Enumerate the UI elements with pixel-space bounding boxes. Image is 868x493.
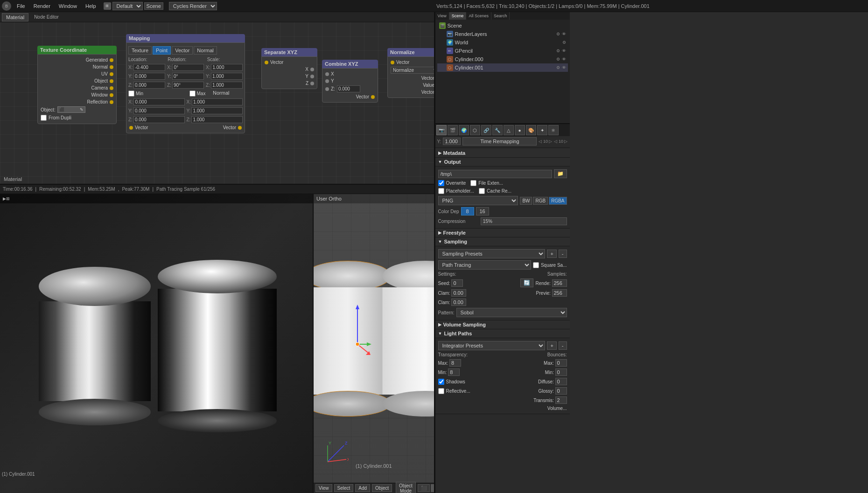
- workspace-select[interactable]: Default: [112, 2, 143, 10]
- menu-window[interactable]: Window: [56, 2, 80, 10]
- tc-from-dupli-check[interactable]: [41, 115, 47, 121]
- tab-all-scenes[interactable]: All Scenes: [466, 12, 491, 20]
- mapping-min-z[interactable]: [133, 116, 185, 123]
- engine-select[interactable]: Cycles Render: [169, 2, 217, 10]
- tree-item-scene[interactable]: 🎬 Scene: [437, 21, 568, 30]
- pattern-select[interactable]: Sobol: [456, 308, 567, 317]
- tree-item-world[interactable]: 🌍 World ⚙: [437, 38, 568, 47]
- mapping-loc-x[interactable]: [133, 64, 165, 71]
- integrator-preset-add[interactable]: +: [547, 341, 556, 350]
- color-depth-8[interactable]: 8: [461, 207, 474, 215]
- node-normalize[interactable]: Normalize Vector Normalize: [387, 48, 434, 98]
- glossy-input[interactable]: [555, 387, 567, 395]
- normalize-select[interactable]: Normalize: [391, 67, 434, 74]
- viewport-btn-object[interactable]: Object: [372, 484, 392, 492]
- metadata-section[interactable]: ▶ Metadata: [435, 149, 570, 158]
- integrator-preset-remove[interactable]: -: [559, 341, 567, 350]
- output-section-header[interactable]: ▼ Output: [435, 158, 570, 167]
- mapping-loc-y[interactable]: [133, 73, 165, 80]
- format-select[interactable]: PNG: [438, 196, 518, 205]
- color-bw-btn[interactable]: BW: [520, 197, 532, 205]
- prop-tab-material[interactable]: ●: [515, 125, 525, 135]
- viewport-btn-view[interactable]: View: [315, 484, 332, 492]
- node-mapping[interactable]: Mapping Texture Point Vector Normal Loca…: [126, 34, 245, 133]
- mapping-btn-normal[interactable]: Normal: [194, 46, 217, 55]
- mapping-scale-y[interactable]: [211, 73, 243, 80]
- mapping-btn-point[interactable]: Point: [153, 46, 171, 55]
- transmis-input[interactable]: [555, 396, 567, 404]
- clam1-input[interactable]: [451, 289, 466, 297]
- shading-solid[interactable]: ◼: [431, 484, 434, 492]
- color-rgba-btn[interactable]: RGBA: [549, 197, 567, 205]
- placeholder-check[interactable]: [438, 188, 444, 194]
- sampling-presets-select[interactable]: Sampling Presets: [438, 249, 546, 258]
- compression-value[interactable]: 15%: [481, 217, 567, 225]
- y-value-input[interactable]: [443, 138, 461, 145]
- path-tracing-select[interactable]: Path Tracing: [438, 260, 531, 270]
- prop-tab-particle[interactable]: ✦: [537, 125, 547, 135]
- node-texture-coordinate[interactable]: Texture Coordinate Generated Normal UV: [37, 46, 117, 124]
- render-samples-input[interactable]: [552, 279, 567, 287]
- mapping-max-z[interactable]: [191, 116, 243, 123]
- mapping-min-check[interactable]: [128, 90, 134, 97]
- integrator-presets-select[interactable]: Integrator Presets: [438, 341, 546, 350]
- reflective-check[interactable]: [438, 388, 444, 394]
- menu-file[interactable]: File: [14, 2, 28, 10]
- seed-input[interactable]: [451, 279, 463, 287]
- light-paths-section-header[interactable]: ▼ Light Paths: [435, 329, 570, 338]
- mapping-rot-y[interactable]: [172, 73, 204, 80]
- tc-object-input[interactable]: ⬛ ✎: [57, 106, 85, 113]
- material-tab[interactable]: Material: [2, 13, 28, 21]
- time-remapping-btn[interactable]: Time Remapping: [462, 137, 537, 146]
- bounce-min-input[interactable]: [555, 368, 567, 376]
- mapping-min-y[interactable]: [133, 107, 185, 114]
- shadows-check[interactable]: [438, 379, 444, 385]
- tab-search[interactable]: Search: [491, 12, 510, 20]
- three-d-view[interactable]: User Ortho: [314, 194, 434, 493]
- prop-tab-data[interactable]: △: [504, 125, 514, 135]
- tree-item-renderlayers[interactable]: 📷 RenderLayers ⚙ 👁: [437, 30, 568, 38]
- output-path-input[interactable]: [438, 170, 552, 178]
- mapping-max-y[interactable]: [191, 107, 243, 114]
- menu-help[interactable]: Help: [83, 2, 99, 10]
- prop-tab-physics[interactable]: ⚛: [548, 125, 559, 135]
- prop-tab-render[interactable]: 📷: [436, 125, 447, 135]
- mapping-min-x[interactable]: [133, 98, 184, 105]
- trans-max-input[interactable]: [449, 359, 461, 367]
- square-samples-check[interactable]: [533, 262, 539, 268]
- node-canvas[interactable]: Texture Coordinate Generated Normal UV: [0, 22, 434, 184]
- overwrite-check[interactable]: [438, 180, 444, 186]
- mapping-scale-z[interactable]: [211, 82, 243, 89]
- comb-z-value[interactable]: [337, 85, 360, 92]
- mapping-rot-x[interactable]: [172, 64, 204, 71]
- clam2-input[interactable]: [451, 299, 466, 306]
- tab-scene[interactable]: Scene: [449, 12, 467, 20]
- sampling-preset-remove[interactable]: -: [559, 250, 567, 258]
- viewport-btn-add[interactable]: Add: [355, 484, 370, 492]
- prop-tab-modifiers[interactable]: 🔧: [492, 125, 503, 135]
- mapping-btn-texture[interactable]: Texture: [128, 46, 152, 55]
- mapping-max-check[interactable]: [189, 90, 196, 97]
- node-separate-xyz[interactable]: Separate XYZ Vector X Y: [261, 48, 317, 89]
- volume-sampling-section[interactable]: ▶ Volume Sampling: [435, 320, 570, 329]
- prop-tab-world2[interactable]: 🌍: [459, 125, 469, 135]
- prop-tab-texture[interactable]: 🎨: [526, 125, 536, 135]
- bounce-max-input[interactable]: [555, 359, 567, 367]
- sampling-preset-add[interactable]: +: [547, 250, 556, 258]
- seed-cycle-btn[interactable]: 🔄: [520, 278, 533, 287]
- node-combine-xyz[interactable]: Combine XYZ X Y Z:: [322, 60, 378, 103]
- shading-wire[interactable]: ⬛: [418, 484, 430, 492]
- prop-tab-object2[interactable]: ⬡: [470, 125, 480, 135]
- mapping-max-x[interactable]: [192, 98, 243, 105]
- viewport-btn-select[interactable]: Select: [334, 484, 354, 492]
- mapping-scale-x[interactable]: [211, 64, 243, 71]
- prop-tab-constraints[interactable]: 🔗: [481, 125, 491, 135]
- tree-item-gpencil[interactable]: ✏ GPencil ⚙ 👁: [437, 47, 568, 55]
- tab-view[interactable]: View: [435, 12, 449, 20]
- color-rgb-btn[interactable]: RGB: [533, 197, 548, 205]
- diffuse-input[interactable]: [555, 378, 567, 385]
- preview-samples-input[interactable]: [552, 289, 567, 297]
- tree-item-cylinder001[interactable]: ⬡ Cylinder.001 ⚙ 👁: [437, 63, 568, 72]
- freestyle-section[interactable]: ▶ Freestyle: [435, 229, 570, 237]
- mapping-btn-vector[interactable]: Vector: [172, 46, 193, 55]
